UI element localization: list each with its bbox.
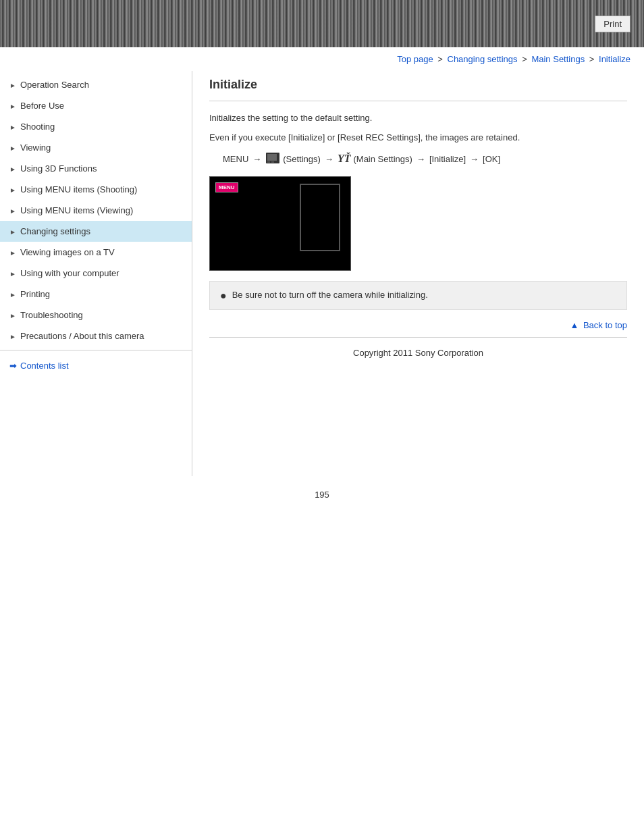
sidebar-item-label: Changing settings (20, 226, 90, 236)
back-to-top-row: ▲ Back to top (209, 320, 627, 330)
arrow-icon: ► (9, 103, 16, 109)
arrow-icon: ► (9, 228, 16, 235)
sidebar-item-label: Before Use (20, 101, 64, 111)
menu-arrow-2: → (325, 154, 333, 164)
arrow-icon: ► (9, 291, 16, 298)
description-line2: Even if you execute [Initialize] or [Res… (209, 131, 627, 145)
arrow-icon: ► (9, 124, 16, 130)
sidebar-item-shooting[interactable]: ► Shooting (0, 116, 192, 137)
breadcrumb-sep1: > (437, 54, 445, 64)
page-number: 195 (0, 490, 644, 500)
menu-arrow-1: → (252, 154, 261, 164)
svg-rect-2 (267, 161, 270, 163)
breadcrumb-initialize[interactable]: Initialize (599, 54, 630, 64)
camera-image: MENU (209, 176, 351, 271)
settings-icon (265, 152, 280, 166)
sidebar-item-label: Using with your computer (20, 268, 119, 278)
arrow-icon: ► (9, 82, 16, 88)
back-to-top-link[interactable]: ▲ Back to top (570, 320, 627, 330)
contents-list-link[interactable]: ➡ Contents list (0, 354, 192, 377)
page-title: Initialize (209, 78, 627, 92)
contents-list-label: Contents list (20, 361, 69, 371)
arrow-icon: ► (9, 312, 16, 319)
sidebar-item-before-use[interactable]: ► Before Use (0, 95, 192, 116)
page-title-section: Initialize (209, 78, 627, 101)
svg-rect-1 (267, 154, 277, 161)
bullet-icon: ● (220, 290, 227, 301)
arrow-icon: ► (9, 145, 16, 151)
sidebar-item-using-computer[interactable]: ► Using with your computer (0, 263, 192, 284)
breadcrumb-sep3: > (589, 54, 597, 64)
initialize-text: [Initialize] (429, 154, 466, 164)
sidebar-item-printing[interactable]: ► Printing (0, 284, 192, 305)
camera-screen (300, 184, 340, 251)
sidebar-item-label: Shooting (20, 122, 55, 132)
sidebar-item-label: Using MENU items (Shooting) (20, 184, 137, 194)
sidebar-item-label: Troubleshooting (20, 310, 83, 320)
menu-button-label: MENU (215, 182, 238, 192)
settings-text: (Settings) (283, 154, 321, 164)
contents-list-arrow-icon: ➡ (9, 361, 17, 371)
note-bullet: ● Be sure not to turn off the camera whi… (220, 290, 616, 301)
header-banner: Print (0, 0, 644, 47)
sidebar-item-viewing[interactable]: ► Viewing (0, 137, 192, 158)
main-layout: ► Operation Search ► Before Use ► Shooti… (0, 71, 644, 476)
content-area: Initialize Initializes the setting to th… (192, 71, 644, 476)
menu-text: MENU (223, 154, 248, 164)
sidebar-item-viewing-tv[interactable]: ► Viewing images on a TV (0, 242, 192, 263)
breadcrumb-sep2: > (522, 54, 529, 64)
sidebar-item-label: Viewing (20, 142, 51, 153)
note-text: Be sure not to turn off the camera while… (232, 290, 428, 300)
sidebar-item-operation-search[interactable]: ► Operation Search (0, 74, 192, 95)
sidebar-item-using-menu-shooting[interactable]: ► Using MENU items (Shooting) (0, 179, 192, 200)
sidebar-item-label: Printing (20, 289, 50, 299)
sidebar-item-label: Using MENU items (Viewing) (20, 205, 133, 215)
main-settings-text: (Main Settings) (353, 154, 412, 164)
sidebar: ► Operation Search ► Before Use ► Shooti… (0, 71, 192, 476)
breadcrumb-top-page[interactable]: Top page (397, 54, 433, 64)
sidebar-item-using-menu-viewing[interactable]: ► Using MENU items (Viewing) (0, 200, 192, 221)
back-to-top-label: Back to top (583, 320, 627, 330)
arrow-icon: ► (9, 333, 16, 340)
sidebar-item-precautions[interactable]: ► Precautions / About this camera (0, 325, 192, 346)
breadcrumb-main-settings[interactable]: Main Settings (531, 54, 585, 64)
sidebar-item-label: Operation Search (20, 80, 89, 90)
sidebar-divider (0, 350, 192, 350)
sidebar-item-changing-settings[interactable]: ► Changing settings (0, 221, 192, 242)
menu-arrow-3: → (417, 154, 425, 164)
ok-text: [OK] (483, 154, 500, 164)
menu-path: MENU → (Settings) → ΥŤ (Main Settings) →… (223, 152, 627, 166)
breadcrumb: Top page > Changing settings > Main Sett… (0, 47, 644, 71)
back-to-top-triangle-icon: ▲ (570, 320, 579, 330)
arrow-icon: ► (9, 249, 16, 256)
sidebar-item-label: Precautions / About this camera (20, 331, 144, 341)
sidebar-item-label: Viewing images on a TV (20, 247, 115, 257)
arrow-icon: ► (9, 270, 16, 277)
arrow-icon: ► (9, 207, 16, 214)
sidebar-item-using-3d[interactable]: ► Using 3D Functions (0, 158, 192, 179)
breadcrumb-changing-settings[interactable]: Changing settings (448, 54, 518, 64)
menu-arrow-4: → (470, 154, 479, 164)
arrow-icon: ► (9, 186, 16, 193)
footer-divider (209, 337, 627, 338)
arrow-icon: ► (9, 165, 16, 172)
sidebar-item-troubleshooting[interactable]: ► Troubleshooting (0, 305, 192, 325)
print-button[interactable]: Print (595, 16, 630, 32)
footer-copyright: Copyright 2011 Sony Corporation (209, 341, 627, 365)
sidebar-item-label: Using 3D Functions (20, 163, 97, 174)
note-box: ● Be sure not to turn off the camera whi… (209, 281, 627, 310)
mainsettings-icon: ΥŤ (338, 153, 351, 165)
description-line1: Initializes the setting to the default s… (209, 111, 627, 126)
svg-rect-3 (271, 161, 274, 163)
